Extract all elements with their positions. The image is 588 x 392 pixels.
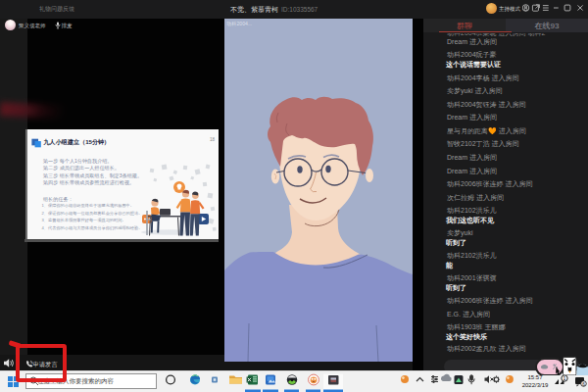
- svg-text:1: 1: [564, 375, 566, 381]
- svg-text:6: 6: [582, 382, 585, 387]
